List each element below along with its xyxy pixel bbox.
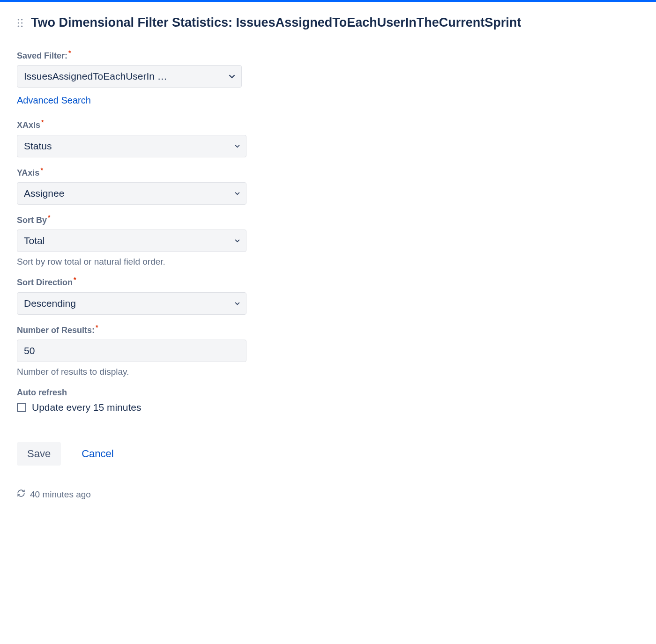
svg-point-1 [21,19,22,20]
auto-refresh-label: Auto refresh [17,387,639,398]
svg-point-4 [18,25,19,27]
refresh-footer: 40 minutes ago [17,489,639,500]
page-title: Two Dimensional Filter Statistics: Issue… [31,15,521,31]
svg-point-5 [21,25,22,27]
gadget-header: Two Dimensional Filter Statistics: Issue… [17,15,639,31]
sort-by-label: Sort By* [17,215,639,226]
number-of-results-label: Number of Results:* [17,325,639,336]
cancel-button[interactable]: Cancel [82,448,113,460]
refresh-timestamp: 40 minutes ago [30,489,91,500]
drag-handle-icon[interactable] [17,19,23,27]
svg-point-2 [18,22,19,23]
xaxis-label: XAxis* [17,120,639,131]
saved-filter-select[interactable]: IssuesAssignedToEachUserIn … [17,65,242,88]
sort-by-help: Sort by row total or natural field order… [17,257,639,267]
refresh-icon [17,489,25,500]
save-button[interactable]: Save [17,442,61,466]
auto-refresh-checkbox-label: Update every 15 minutes [32,402,141,413]
xaxis-select[interactable]: Status [17,135,246,157]
sort-direction-select[interactable]: Descending [17,292,246,315]
advanced-search-link[interactable]: Advanced Search [17,95,91,106]
saved-filter-label: Saved Filter:* [17,51,639,61]
svg-point-3 [21,22,22,23]
sort-by-select[interactable]: Total [17,229,246,252]
yaxis-label: YAxis* [17,168,639,178]
yaxis-select[interactable]: Assignee [17,182,246,205]
number-of-results-input[interactable] [17,340,246,362]
auto-refresh-checkbox[interactable] [17,403,26,412]
number-of-results-help: Number of results to display. [17,367,639,377]
svg-point-0 [18,19,19,20]
sort-direction-label: Sort Direction* [17,277,639,288]
